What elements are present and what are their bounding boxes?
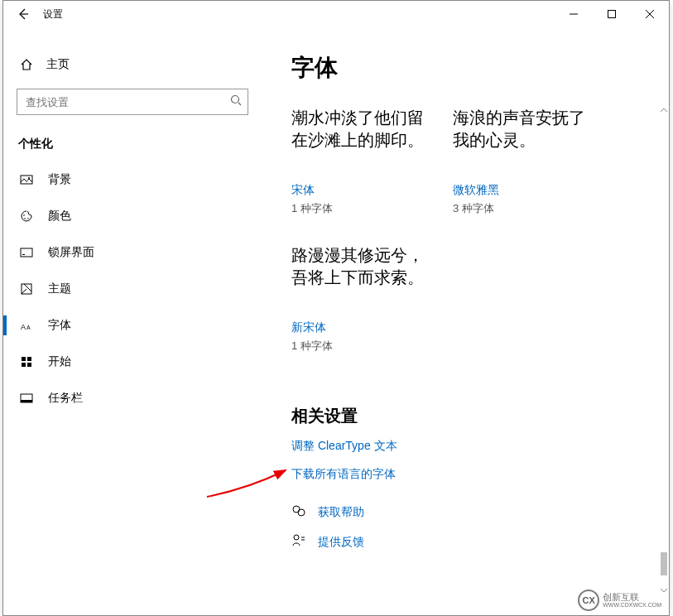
- font-sample: 潮水冲淡了他们留在沙滩上的脚印。: [291, 107, 436, 171]
- svg-point-4: [23, 214, 25, 216]
- svg-point-20: [294, 535, 299, 540]
- scroll-thumb[interactable]: [661, 552, 667, 575]
- svg-point-1: [232, 96, 239, 103]
- link-cleartype[interactable]: 调整 ClearType 文本: [291, 439, 652, 454]
- font-name: 新宋体: [291, 320, 436, 335]
- home-icon: [18, 58, 35, 71]
- section-title: 个性化: [18, 137, 262, 152]
- start-icon: [18, 355, 35, 368]
- svg-rect-2: [21, 176, 32, 184]
- minimize-button[interactable]: [555, 1, 593, 27]
- maximize-icon: [608, 10, 616, 18]
- nav-item-lockscreen[interactable]: 锁屏界面: [3, 234, 262, 271]
- nav-label: 颜色: [48, 209, 71, 224]
- picture-icon: [18, 173, 35, 186]
- search-icon: [230, 94, 242, 109]
- svg-point-5: [24, 218, 26, 219]
- titlebar: 设置: [3, 1, 669, 27]
- nav-label: 开始: [48, 354, 71, 369]
- svg-rect-14: [22, 363, 26, 367]
- svg-point-19: [298, 509, 305, 516]
- page-title: 字体: [291, 52, 652, 84]
- nav-item-taskbar[interactable]: 任务栏: [3, 380, 262, 416]
- font-tile-nsimsun[interactable]: 路漫漫其修远兮，吾将上下而求索。 新宋体 1 种字体: [291, 244, 436, 354]
- font-name: 微软雅黑: [453, 183, 598, 198]
- feedback-label: 提供反馈: [318, 535, 364, 550]
- nav-item-fonts[interactable]: AA 字体: [3, 307, 262, 344]
- logo-badge: CX: [578, 590, 599, 611]
- svg-point-3: [28, 177, 30, 179]
- svg-rect-15: [27, 363, 31, 367]
- search-box[interactable]: [17, 89, 248, 115]
- svg-text:A: A: [21, 323, 26, 331]
- svg-rect-13: [27, 357, 31, 361]
- scroll-up-icon[interactable]: [659, 105, 669, 115]
- window-controls: [555, 1, 669, 27]
- font-tile-simsun[interactable]: 潮水冲淡了他们留在沙滩上的脚印。 宋体 1 种字体: [291, 107, 436, 216]
- svg-point-18: [293, 506, 300, 513]
- lockscreen-icon: [18, 246, 35, 259]
- help-label: 获取帮助: [318, 505, 364, 520]
- annotation-arrow: [199, 455, 480, 505]
- taskbar-icon: [18, 392, 35, 405]
- back-arrow-icon: [17, 7, 30, 21]
- help-icon: [291, 503, 310, 522]
- nav-label: 主题: [48, 282, 71, 296]
- minimize-icon: [570, 10, 578, 18]
- font-count: 1 种字体: [291, 339, 436, 354]
- home-link[interactable]: 主页: [3, 51, 262, 79]
- nav-label: 锁屏界面: [48, 245, 94, 260]
- give-feedback[interactable]: 提供反馈: [291, 533, 652, 551]
- nav-item-background[interactable]: 背景: [3, 161, 262, 198]
- main-panel: 字体 潮水冲淡了他们留在沙滩上的脚印。 宋体 1 种字体 海浪的声音安抚了我的心…: [268, 27, 669, 615]
- maximize-button[interactable]: [593, 1, 631, 27]
- nav-label: 背景: [48, 172, 71, 187]
- get-help[interactable]: 获取帮助: [291, 503, 652, 522]
- svg-rect-8: [22, 254, 25, 255]
- svg-point-6: [27, 218, 29, 219]
- font-sample: 路漫漫其修远兮，吾将上下而求索。: [291, 244, 436, 309]
- font-count: 3 种字体: [453, 201, 598, 216]
- close-icon: [646, 10, 654, 18]
- svg-rect-17: [21, 400, 32, 402]
- svg-rect-7: [21, 248, 32, 257]
- content-area: 主页 个性化 背景 颜色 锁屏界面 主题: [3, 27, 669, 615]
- settings-window: 设置 主页 个性化 背景 颜色: [2, 0, 670, 616]
- window-title: 设置: [43, 7, 63, 22]
- font-tile-yahei[interactable]: 海浪的声音安抚了我的心灵。 微软雅黑 3 种字体: [453, 107, 598, 216]
- feedback-icon: [291, 533, 310, 551]
- font-name: 宋体: [291, 183, 436, 198]
- nav-label: 任务栏: [48, 391, 83, 406]
- logo-text: 创新互联 WWW.CDXWCX.COM: [603, 593, 661, 608]
- nav-item-start[interactable]: 开始: [3, 344, 262, 380]
- svg-text:A: A: [26, 325, 31, 330]
- font-count: 1 种字体: [291, 201, 436, 216]
- font-grid: 潮水冲淡了他们留在沙滩上的脚印。 宋体 1 种字体 海浪的声音安抚了我的心灵。 …: [291, 107, 652, 382]
- nav-label: 字体: [48, 318, 71, 333]
- back-button[interactable]: [3, 1, 43, 27]
- font-icon: AA: [18, 319, 35, 332]
- watermark-logo: CX 创新互联 WWW.CDXWCX.COM: [578, 590, 661, 611]
- close-button[interactable]: [631, 1, 669, 27]
- search-input[interactable]: [17, 89, 248, 115]
- home-label: 主页: [46, 57, 70, 72]
- font-sample: 海浪的声音安抚了我的心灵。: [453, 107, 598, 171]
- sidebar: 主页 个性化 背景 颜色 锁屏界面 主题: [3, 27, 268, 615]
- vertical-scrollbar[interactable]: [657, 110, 669, 582]
- palette-icon: [18, 209, 35, 223]
- svg-rect-0: [608, 11, 616, 18]
- related-settings-title: 相关设置: [291, 405, 652, 427]
- theme-icon: [18, 282, 35, 296]
- nav-item-themes[interactable]: 主题: [3, 271, 262, 307]
- svg-rect-12: [22, 357, 26, 361]
- nav-item-colors[interactable]: 颜色: [3, 198, 262, 234]
